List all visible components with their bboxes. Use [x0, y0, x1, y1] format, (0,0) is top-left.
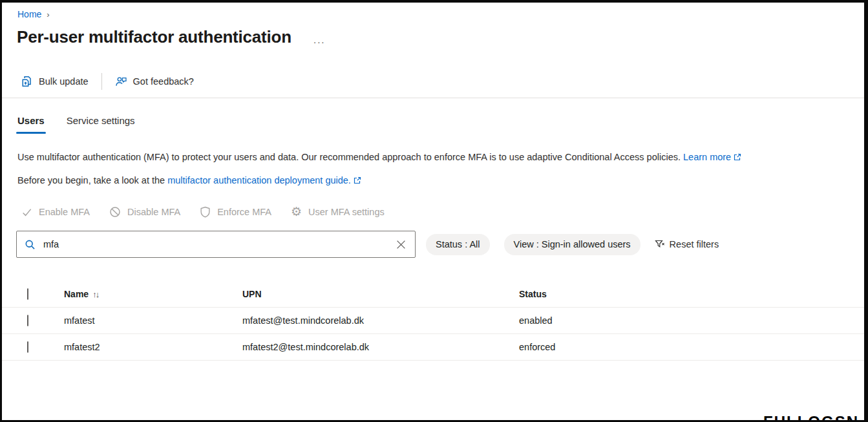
table-header-row: Name↑↓ UPN Status	[2, 281, 864, 308]
shield-icon	[200, 206, 211, 218]
breadcrumb: Home ›	[17, 9, 864, 19]
bulk-update-icon	[21, 76, 33, 87]
user-name: mfatest	[64, 315, 242, 326]
name-column-header[interactable]: Name↑↓	[64, 289, 242, 299]
user-mfa-settings-label: User MFA settings	[308, 207, 385, 217]
search-box[interactable]	[16, 231, 416, 258]
breadcrumb-home-link[interactable]: Home	[17, 9, 41, 19]
bulk-update-label: Bulk update	[39, 76, 89, 87]
user-status: enabled	[519, 315, 864, 326]
external-link-icon-2	[354, 176, 361, 184]
table-row[interactable]: mfatest mfatest@test.mindcorelab.dk enab…	[2, 308, 864, 334]
feedback-icon	[115, 76, 127, 87]
tab-bar: Users Service settings	[17, 115, 864, 134]
per-user-mfa-page: Home › Per-user multifactor authenticati…	[0, 0, 868, 422]
disable-mfa-button[interactable]: Disable MFA	[109, 206, 180, 218]
description-intro: Use multifactor authentication (MFA) to …	[17, 152, 681, 162]
reset-filters-button[interactable]: Reset filters	[655, 239, 719, 249]
description-text: Use multifactor authentication (MFA) to …	[17, 151, 864, 164]
bulk-update-button[interactable]: Bulk update	[17, 73, 92, 90]
deployment-guide-link[interactable]: multifactor authentication deployment gu…	[167, 175, 351, 185]
user-status: enforced	[519, 342, 864, 352]
got-feedback-button[interactable]: Got feedback?	[111, 73, 198, 90]
learn-more-link[interactable]: Learn more	[683, 152, 731, 162]
mfa-actions-bar: Enable MFA Disable MFA Enforce MFA ⚙ Use…	[21, 206, 864, 218]
status-filter-pill[interactable]: Status : All	[426, 234, 490, 255]
enforce-mfa-button[interactable]: Enforce MFA	[200, 206, 271, 218]
page-title: Per-user multifactor authentication	[17, 27, 291, 47]
select-all-checkbox[interactable]	[27, 288, 28, 300]
row-checkbox[interactable]	[27, 315, 28, 326]
view-filter-pill[interactable]: View : Sign-in allowed users	[504, 234, 640, 255]
upn-column-header[interactable]: UPN	[242, 289, 519, 299]
user-name: mfatest2	[64, 342, 242, 352]
disable-mfa-label: Disable MFA	[127, 207, 180, 217]
enforce-mfa-label: Enforce MFA	[217, 207, 271, 217]
toolbar-divider	[2, 98, 864, 98]
sort-icon: ↑↓	[92, 290, 98, 299]
toolbar-separator	[101, 73, 102, 90]
enable-mfa-label: Enable MFA	[39, 207, 90, 217]
tab-users[interactable]: Users	[17, 115, 45, 134]
reset-filter-icon	[655, 240, 665, 249]
status-column-header[interactable]: Status	[519, 289, 864, 299]
command-bar: Bulk update Got feedback?	[17, 72, 864, 91]
external-link-icon	[734, 153, 741, 161]
block-icon	[109, 206, 121, 218]
watermark: FULLOGSN	[763, 414, 859, 421]
before-text: Before you begin, take a look at the	[17, 175, 165, 185]
table-row[interactable]: mfatest2 mfatest2@test.mindcorelab.dk en…	[2, 334, 864, 361]
filter-row: Status : All View : Sign-in allowed user…	[16, 231, 864, 258]
user-upn: mfatest@test.mindcorelab.dk	[242, 315, 519, 326]
clear-search-icon[interactable]	[394, 237, 408, 252]
search-icon	[25, 239, 36, 250]
got-feedback-label: Got feedback?	[133, 76, 194, 87]
user-upn: mfatest2@test.mindcorelab.dk	[242, 342, 519, 352]
breadcrumb-chevron-icon: ›	[47, 10, 49, 19]
users-table: Name↑↓ UPN Status mfatest mfatest@test.m…	[2, 281, 864, 361]
before-you-begin-text: Before you begin, take a look at the mul…	[17, 175, 864, 185]
gear-icon: ⚙	[291, 207, 302, 217]
more-options-button[interactable]: ...	[313, 29, 326, 45]
check-icon	[21, 207, 32, 218]
enable-mfa-button[interactable]: Enable MFA	[21, 207, 90, 218]
tab-service-settings[interactable]: Service settings	[67, 115, 135, 134]
reset-filters-label: Reset filters	[670, 239, 719, 249]
user-mfa-settings-button[interactable]: ⚙ User MFA settings	[291, 207, 385, 217]
search-input[interactable]	[43, 239, 394, 249]
row-checkbox[interactable]	[27, 341, 28, 353]
